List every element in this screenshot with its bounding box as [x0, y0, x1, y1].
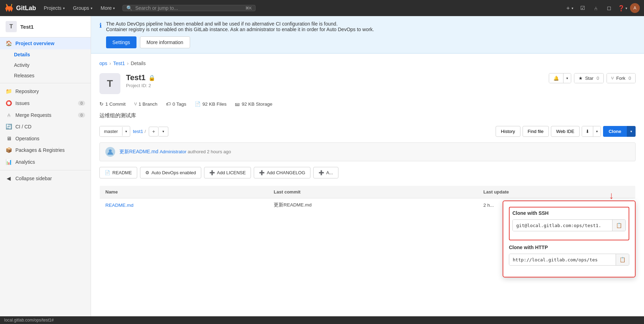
- clone-button[interactable]: Clone ▾: [603, 126, 636, 137]
- add-file-button[interactable]: ＋: [149, 127, 159, 136]
- sidebar-label-analytics: Analytics: [15, 159, 35, 165]
- auto-devops-button[interactable]: ⚙ Auto DevOps enabled: [140, 167, 201, 178]
- download-icon[interactable]: ⬇: [582, 126, 593, 136]
- readme-button[interactable]: 📄 README: [99, 167, 137, 178]
- clone-ssh-input-row: 📋: [512, 219, 626, 231]
- sidebar-item-issues[interactable]: ⭕ Issues 0: [0, 97, 91, 109]
- breadcrumb-test1-link[interactable]: Test1: [113, 61, 125, 66]
- stat-files[interactable]: 📄 92 KB Files: [195, 101, 226, 107]
- settings-button[interactable]: Settings: [106, 36, 136, 48]
- add-file-chevron-icon[interactable]: ▾: [159, 127, 168, 136]
- sidebar-item-releases[interactable]: Releases: [0, 70, 91, 81]
- stat-commits[interactable]: ↻ 1 Commit: [99, 101, 126, 107]
- clone-http-copy-button[interactable]: 📋: [616, 254, 629, 265]
- commits-icon: ↻: [99, 101, 104, 107]
- branch-chevron-icon[interactable]: ▾: [122, 127, 130, 136]
- todo-icon-button[interactable]: ☑: [577, 2, 588, 14]
- nav-projects[interactable]: Projects ▾: [40, 4, 68, 12]
- toolbar-right: History Find file Web IDE ⬇ ▾ Clone ▾: [496, 126, 636, 137]
- create-button[interactable]: ＋ ▾: [564, 2, 575, 14]
- clone-http-input[interactable]: [509, 254, 616, 265]
- merge-request-icon-button[interactable]: ⑃: [590, 2, 601, 14]
- readme-icon: 📄: [105, 170, 110, 175]
- notification-chevron[interactable]: ▾: [563, 73, 571, 83]
- sidebar-label-operations: Operations: [15, 136, 39, 141]
- star-main[interactable]: ★ Star 0: [574, 73, 603, 83]
- sidebar-item-merge-requests[interactable]: ⑃ Merge Requests 0: [0, 109, 91, 121]
- main-content: ℹ The Auto DevOps pipeline has been enab…: [91, 16, 644, 324]
- clone-chevron-icon[interactable]: ▾: [627, 126, 636, 137]
- clone-ssh-input[interactable]: [513, 220, 612, 231]
- help-button[interactable]: ❓ ▾: [617, 2, 628, 14]
- search-input[interactable]: [135, 5, 243, 11]
- sidebar-label-repository: Repository: [15, 89, 39, 94]
- find-file-button[interactable]: Find file: [523, 126, 549, 137]
- merge-requests-badge: 0: [78, 113, 85, 118]
- add-license-button[interactable]: ➕ Add LICENSE: [204, 167, 251, 178]
- readme-label: README: [112, 170, 132, 175]
- branch-name[interactable]: master: [100, 126, 122, 136]
- banner-actions: Settings More information: [106, 36, 374, 48]
- sidebar-item-activity[interactable]: Activity: [0, 60, 91, 70]
- breadcrumb: ops › Test1 › Details: [99, 61, 636, 66]
- issues-nav-icon: ⭕: [6, 100, 12, 106]
- star-button[interactable]: ★ Star 0: [574, 73, 604, 83]
- stat-branches[interactable]: ⑂ 1 Branch: [134, 101, 158, 107]
- more-shortcuts-button[interactable]: ➕ A...: [313, 167, 338, 178]
- nav-groups[interactable]: Groups ▾: [70, 4, 96, 12]
- sidebar-item-collapse[interactable]: ◀ Collapse sidebar: [0, 172, 91, 184]
- stat-storage[interactable]: 🖴 92 KB Storage: [235, 101, 272, 107]
- sidebar-divider-1: [0, 83, 91, 83]
- sidebar-item-packages[interactable]: 📦 Packages & Registries: [0, 144, 91, 156]
- nav-more[interactable]: More ▾: [97, 4, 119, 12]
- clone-ssh-copy-button[interactable]: 📋: [612, 220, 625, 231]
- project-avatar-large: T: [99, 73, 120, 94]
- notification-button[interactable]: 🔔 ▾: [549, 73, 571, 83]
- red-arrow-icon: ↓: [609, 190, 614, 201]
- fork-main[interactable]: ⑂ Fork 0: [607, 73, 635, 83]
- commit-title[interactable]: 更新README.md: [119, 149, 158, 154]
- stat-tags-label: 0 Tags: [173, 101, 187, 107]
- project-avatar-small: T: [6, 21, 17, 32]
- download-button[interactable]: ⬇ ▾: [582, 126, 601, 137]
- stat-tags[interactable]: 🏷 0 Tags: [166, 101, 187, 107]
- avatar[interactable]: A: [630, 3, 640, 13]
- issues-icon-button[interactable]: ◻: [603, 2, 615, 14]
- search-icon: 🔍: [126, 5, 132, 11]
- home-icon: 🏠: [6, 40, 12, 47]
- clone-main-button[interactable]: Clone: [603, 126, 627, 137]
- commit-author-link[interactable]: Administrator: [160, 149, 187, 154]
- stat-commits-label: 1 Commit: [105, 101, 126, 107]
- add-changelog-button[interactable]: ➕ Add CHANGELOG: [254, 167, 310, 178]
- branch-icon: ⑂: [134, 101, 137, 107]
- file-link[interactable]: README.md: [105, 203, 133, 208]
- sidebar-item-project-overview[interactable]: 🏠 Project overview: [0, 37, 91, 49]
- more-information-button[interactable]: More information: [140, 36, 190, 48]
- copy-icon: 📋: [616, 223, 622, 228]
- web-ide-button[interactable]: Web IDE: [551, 126, 580, 137]
- sidebar-item-repository[interactable]: 📁 Repository: [0, 85, 91, 97]
- sidebar-item-details[interactable]: Details: [0, 49, 91, 60]
- plus-square-icon: ➕: [209, 170, 215, 175]
- sidebar-project-header[interactable]: T Test1: [0, 16, 91, 37]
- commit-time-label: authored: [188, 149, 207, 154]
- fork-button[interactable]: ⑂ Fork 0: [607, 73, 636, 83]
- stat-files-label: 92 KB Files: [202, 101, 226, 107]
- breadcrumb-ops-link[interactable]: ops: [99, 61, 107, 66]
- sidebar-divider-2: [0, 170, 91, 170]
- add-changelog-label: Add CHANGELOG: [267, 170, 305, 175]
- notification-main[interactable]: 🔔: [549, 73, 563, 83]
- gitlab-logo[interactable]: GitLab: [4, 3, 36, 13]
- projects-chevron-icon: ▾: [63, 6, 65, 10]
- sidebar-label-project-overview: Project overview: [15, 41, 54, 46]
- sidebar-item-operations[interactable]: 🖥 Operations: [0, 133, 91, 144]
- sidebar-item-analytics[interactable]: 📊 Analytics: [0, 156, 91, 168]
- path-root-link[interactable]: test1: [133, 129, 143, 134]
- download-chevron-icon[interactable]: ▾: [593, 126, 601, 136]
- plus-icon: ＋: [565, 5, 571, 12]
- sidebar-item-ci-cd[interactable]: 🔄 CI / CD: [0, 121, 91, 133]
- branch-selector[interactable]: master ▾: [99, 126, 130, 137]
- search-shortcut: ⌘K: [245, 6, 252, 10]
- history-button[interactable]: History: [496, 126, 520, 137]
- clone-http-input-row: 📋: [509, 254, 629, 266]
